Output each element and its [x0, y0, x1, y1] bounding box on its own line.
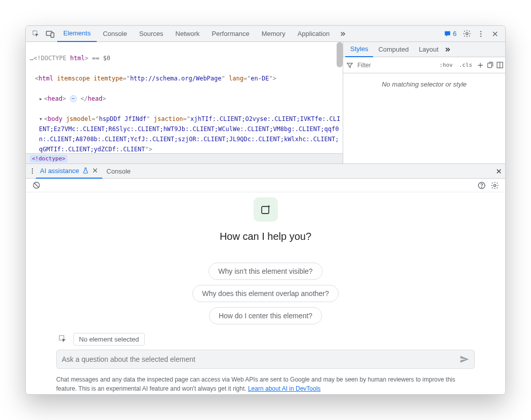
drawer-tab-ai[interactable]: AI assistance ✕ — [36, 163, 102, 179]
scrollbar[interactable] — [337, 42, 343, 67]
svg-point-3 — [466, 32, 468, 34]
tab-application[interactable]: Application — [292, 26, 336, 42]
ai-disclaimer: Chat messages and any data the inspected… — [26, 373, 505, 395]
styles-filter-input[interactable] — [355, 60, 435, 71]
close-drawer-icon[interactable] — [496, 168, 502, 175]
tab-console[interactable]: Console — [97, 26, 133, 42]
ai-input-area: No element selected — [26, 329, 505, 373]
close-tab-icon[interactable]: ✕ — [92, 166, 98, 175]
styles-tab-layout[interactable]: Layout — [414, 42, 443, 57]
dom-attr-val: hspDDf JfINdf — [99, 115, 146, 122]
more-tabs-icon[interactable] — [336, 27, 350, 41]
drawer-tab-bar: AI assistance ✕ Console — [26, 163, 505, 179]
styles-toolbar: :hov .cls — [343, 57, 505, 73]
more-styles-tabs-icon[interactable] — [443, 46, 452, 54]
svg-point-11 — [32, 173, 33, 174]
svg-rect-2 — [51, 32, 54, 37]
hov-toggle[interactable]: :hov — [437, 60, 455, 70]
breadcrumb-item[interactable]: <!doctype> — [30, 155, 67, 162]
svg-point-5 — [480, 33, 481, 34]
close-devtools-icon[interactable] — [488, 27, 502, 41]
main-tabs: Elements Console Sources Network Perform… — [57, 26, 350, 42]
inspect-icon[interactable] — [29, 27, 43, 41]
block-icon[interactable] — [30, 179, 43, 192]
breadcrumb[interactable]: <!doctype> — [26, 153, 343, 163]
ai-settings-icon[interactable] — [488, 179, 501, 192]
ai-toolbar — [26, 179, 505, 192]
selected-element-chip[interactable]: No element selected — [73, 333, 145, 346]
tab-elements[interactable]: Elements — [57, 26, 97, 42]
main-tab-bar: Elements Console Sources Network Perform… — [26, 26, 505, 42]
copy-styles-icon[interactable] — [486, 60, 494, 71]
suggestion-chip[interactable]: Why isn't this element visible? — [209, 263, 322, 280]
issues-count: 6 — [453, 30, 457, 37]
drawer-kebab-icon[interactable] — [29, 167, 36, 175]
svg-point-15 — [494, 184, 496, 186]
tab-network[interactable]: Network — [170, 26, 206, 42]
computed-toggle-icon[interactable] — [496, 60, 504, 71]
drawer-tab-label: AI assistance — [40, 167, 79, 175]
dom-attr-val: http://schema.org/WebPage — [130, 75, 222, 82]
no-matching-label: No matching selector or style — [343, 73, 505, 95]
ask-input-container — [56, 350, 475, 369]
styles-tabs: Styles Computed Layout — [343, 42, 505, 57]
ellipsis-icon[interactable]: ⋯ — [70, 95, 77, 102]
settings-icon[interactable] — [460, 27, 474, 41]
pick-element-icon[interactable] — [56, 332, 69, 346]
styles-panel: Styles Computed Layout :hov .cls — [343, 42, 505, 163]
ai-panel: How can I help you? Why isn't this eleme… — [26, 192, 505, 395]
dom-attr-val: en-DE — [251, 75, 269, 82]
svg-point-14 — [481, 187, 481, 187]
send-icon[interactable] — [459, 354, 469, 364]
svg-point-9 — [32, 169, 33, 170]
devtools-window: Elements Console Sources Network Perform… — [25, 25, 506, 395]
tab-memory[interactable]: Memory — [256, 26, 292, 42]
device-toggle-icon[interactable] — [43, 27, 57, 41]
ask-input[interactable] — [62, 355, 459, 363]
suggestion-chip[interactable]: Why does this element overlap another? — [192, 285, 339, 302]
drawer-tab-console[interactable]: Console — [102, 163, 135, 179]
filter-icon — [346, 60, 353, 71]
sparkle-icon — [254, 197, 278, 222]
flask-icon — [82, 167, 89, 174]
elements-panel[interactable]: …<!DOCTYPE html> == $0 <html itemscope i… — [26, 42, 343, 163]
new-style-rule-icon[interactable] — [476, 60, 484, 71]
issues-chip[interactable]: 6 — [443, 30, 457, 38]
svg-rect-16 — [262, 206, 269, 214]
styles-tab-styles[interactable]: Styles — [345, 42, 373, 57]
selected-element-row: No element selected — [56, 332, 475, 346]
tab-sources[interactable]: Sources — [133, 26, 170, 42]
styles-tab-computed[interactable]: Computed — [373, 42, 414, 57]
dom-tree[interactable]: …<!DOCTYPE html> == $0 <html itemscope i… — [26, 42, 343, 163]
svg-rect-7 — [488, 63, 492, 68]
svg-point-4 — [480, 31, 481, 32]
help-icon[interactable] — [475, 179, 488, 192]
suggestion-chip[interactable]: How do I center this element? — [209, 307, 322, 324]
ai-title: How can I help you? — [220, 231, 311, 242]
svg-point-6 — [480, 35, 481, 36]
svg-point-10 — [32, 171, 33, 172]
kebab-icon[interactable] — [474, 27, 488, 41]
cls-toggle[interactable]: .cls — [457, 60, 475, 70]
learn-more-link[interactable]: Learn about AI in DevTools — [248, 385, 320, 392]
upper-split: …<!DOCTYPE html> == $0 <html itemscope i… — [26, 42, 505, 163]
tab-performance[interactable]: Performance — [206, 26, 255, 42]
